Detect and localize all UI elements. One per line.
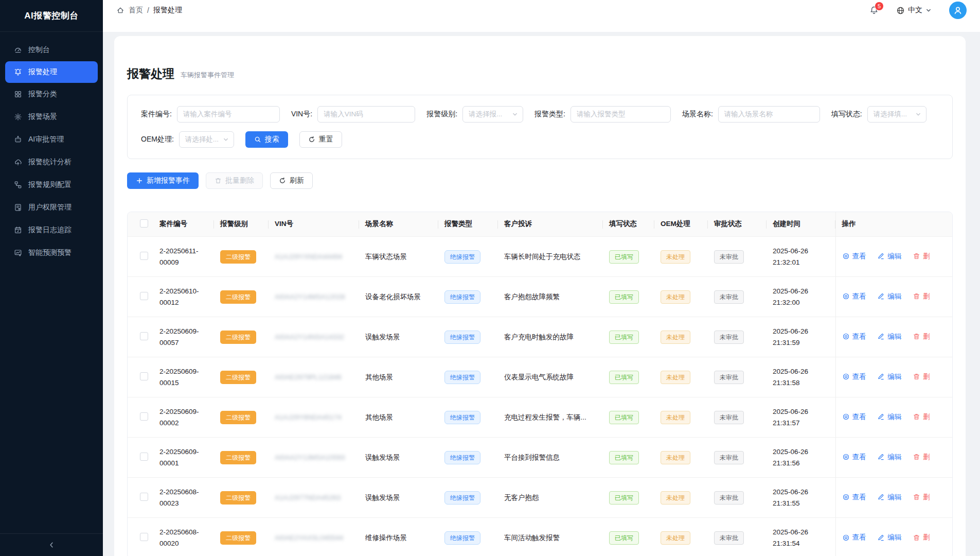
category-grid-icon: [14, 90, 22, 98]
notification-bell-button[interactable]: 5: [869, 6, 879, 15]
approval-status-badge: 未审批: [714, 491, 744, 505]
scene-name-input[interactable]: [718, 106, 820, 123]
fill-status-select[interactable]: 请选择填...: [867, 106, 926, 123]
search-button[interactable]: 搜索: [245, 131, 288, 148]
delete-action[interactable]: 删除: [913, 252, 930, 261]
table-row: 2-20250609-00015 二级报警 AI0AE2979PL121846 …: [128, 357, 953, 397]
alarm-type-badge: 绝缘报警: [444, 531, 480, 545]
scene-name: 误触发场景: [365, 494, 400, 501]
topbar: 首页 / 报警处理 5 中文: [103, 0, 980, 32]
view-eye-icon: [842, 252, 850, 260]
delete-action[interactable]: 删除: [913, 533, 930, 542]
view-action[interactable]: 查看: [842, 252, 866, 261]
view-action[interactable]: 查看: [842, 292, 866, 301]
row-checkbox[interactable]: [140, 372, 148, 380]
alarm-type-badge: 绝缘报警: [444, 331, 480, 344]
approval-status-badge: 未审批: [714, 531, 744, 545]
alarm-level-select[interactable]: 请选择报...: [462, 106, 523, 123]
row-checkbox[interactable]: [140, 493, 148, 501]
created-time: 2025-06-2621:31:56: [773, 446, 829, 469]
view-action[interactable]: 查看: [842, 372, 866, 381]
edit-action[interactable]: 编辑: [877, 533, 901, 542]
delete-action[interactable]: 删除: [913, 493, 930, 502]
language-switcher[interactable]: 中文: [896, 6, 932, 15]
user-avatar[interactable]: [949, 2, 967, 19]
sidebar-item-label: 智能预测预警: [28, 248, 72, 257]
edit-action[interactable]: 编辑: [877, 412, 901, 422]
reset-button[interactable]: 重置: [299, 131, 342, 148]
view-action[interactable]: 查看: [842, 493, 866, 502]
alarm-type-input[interactable]: [571, 106, 671, 123]
edit-action[interactable]: 编辑: [877, 493, 901, 502]
sidebar-item-alarm-handling[interactable]: 报警处理: [5, 61, 98, 83]
edit-pencil-icon: [877, 333, 885, 340]
row-checkbox[interactable]: [140, 332, 148, 340]
edit-action[interactable]: 编辑: [877, 252, 901, 261]
sidebar-item-label: 报警处理: [28, 67, 57, 77]
breadcrumb-separator: /: [147, 6, 149, 14]
row-checkbox[interactable]: [140, 412, 148, 421]
edit-action[interactable]: 编辑: [877, 453, 901, 462]
trash-icon: [913, 373, 920, 380]
prediction-chart-icon: [14, 249, 22, 257]
vin-value: A1AJ29YXNDA44494: [275, 253, 342, 260]
sidebar-item-label: 报警日志追踪: [28, 225, 72, 235]
approval-status-badge: 未审批: [714, 290, 744, 304]
view-action[interactable]: 查看: [842, 412, 866, 422]
table-row: 2-20250609-00057 二级报警 AI0AA2Y14NSA14332 …: [128, 317, 953, 357]
batch-delete-button[interactable]: 批量删除: [206, 172, 263, 189]
row-checkbox[interactable]: [140, 252, 148, 260]
chevron-down-icon: [915, 111, 921, 117]
column-header: 填写状态: [603, 212, 654, 237]
sidebar-item-user-permission[interactable]: 用户权限管理: [0, 196, 103, 219]
view-action[interactable]: 查看: [842, 533, 866, 542]
alarm-level-badge: 二级报警: [220, 250, 256, 264]
home-icon: [116, 6, 124, 14]
select-placeholder: 请选择填...: [874, 110, 907, 119]
delete-action[interactable]: 删除: [913, 372, 930, 381]
sidebar-item-smart-prediction[interactable]: 智能预测预警: [0, 241, 103, 264]
edit-action[interactable]: 编辑: [877, 332, 901, 341]
delete-action[interactable]: 删除: [913, 332, 930, 341]
oem-select[interactable]: 请选择处...: [179, 131, 234, 148]
view-action[interactable]: 查看: [842, 332, 866, 341]
refresh-button[interactable]: 刷新: [270, 172, 313, 189]
view-action[interactable]: 查看: [842, 453, 866, 462]
vin-value: AI0AA2Y14MSA12028: [275, 293, 345, 301]
filter-row-1: 案件编号: VIN号: 报警级别: 请选择报... 报警类型: 场景名称: 填写…: [141, 106, 939, 123]
sidebar-collapse-button[interactable]: [0, 533, 103, 556]
approval-status-badge: 未审批: [714, 331, 744, 344]
case-number: 2-20250609-00057: [159, 326, 208, 349]
edit-pencil-icon: [877, 373, 885, 380]
sidebar-item-ai-approval[interactable]: AI审批管理: [0, 128, 103, 151]
add-alarm-event-button[interactable]: 新增报警事件: [127, 172, 199, 189]
sidebar-item-alarm-scene[interactable]: 报警场景: [0, 106, 103, 128]
case-number-input[interactable]: [177, 106, 280, 123]
search-icon: [254, 136, 261, 143]
edit-action[interactable]: 编辑: [877, 292, 901, 301]
row-checkbox[interactable]: [140, 453, 148, 461]
select-all-checkbox[interactable]: [140, 219, 148, 228]
trash-icon: [913, 453, 920, 461]
sidebar-item-alarm-category[interactable]: 报警分类: [0, 83, 103, 106]
breadcrumb-home[interactable]: 首页: [129, 6, 143, 15]
sidebar-item-alarm-statistics[interactable]: 报警统计分析: [0, 151, 103, 173]
chevron-down-icon: [512, 111, 518, 117]
oem-status-badge: 未处理: [661, 411, 690, 424]
row-checkbox[interactable]: [140, 533, 148, 541]
edit-action[interactable]: 编辑: [877, 372, 901, 381]
page-title: 报警处理: [127, 67, 174, 81]
delete-action[interactable]: 删除: [913, 292, 930, 301]
vin-input[interactable]: [317, 106, 415, 123]
sidebar-item-label: 报警场景: [28, 112, 57, 121]
row-checkbox[interactable]: [140, 292, 148, 300]
sidebar-item-alarm-rule-config[interactable]: 报警规则配置: [0, 173, 103, 196]
sidebar-item-console[interactable]: 控制台: [0, 39, 103, 61]
oem-status-badge: 未处理: [661, 371, 690, 384]
delete-action[interactable]: 删除: [913, 412, 930, 422]
view-eye-icon: [842, 493, 850, 501]
case-number: 2-20250609-00002: [159, 406, 208, 429]
delete-action[interactable]: 删除: [913, 453, 930, 462]
sidebar-item-alarm-log-trace[interactable]: 报警日志追踪: [0, 219, 103, 241]
sidebar-menu: 控制台 报警处理 报警分类 报警场景 AI审批管理 报警统计分析 报警规则配置 …: [0, 32, 103, 271]
